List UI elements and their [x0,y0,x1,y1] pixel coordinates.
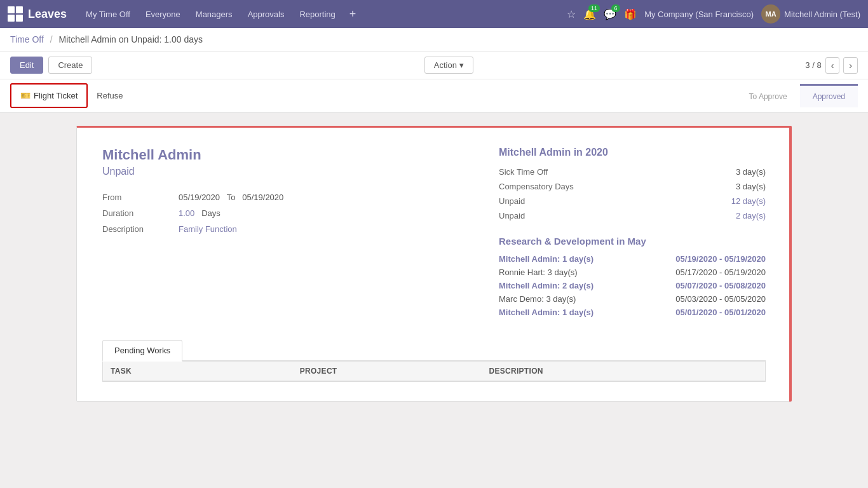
pending-works-table: Task Project Description [102,362,766,382]
field-description-label: Description [102,224,179,234]
notif-badge: 11 [588,4,600,12]
breadcrumb-sep: / [50,34,53,44]
field-duration-label: Duration [102,208,179,218]
record-card-wrapper: Mitchell Admin Unpaid From 05/19/2020 To… [76,126,792,402]
summary-value: 2 day(s) [736,211,766,220]
dept-row: Marc Demo: 3 day(s) 05/03/2020 - 05/05/2… [499,294,766,304]
field-duration: Duration 1.00 Days [102,208,473,218]
dept-title: Research & Development in May [499,236,766,247]
dept-section: Research & Development in May Mitchell A… [499,236,766,317]
dept-date: 05/17/2020 - 05/19/2020 [675,268,766,277]
action-dropdown[interactable]: Action ▾ [424,57,473,74]
record-employee-name: Mitchell Admin [102,147,473,163]
star-icon[interactable]: ☆ [567,8,576,20]
dept-label: Marc Demo: 3 day(s) [499,294,576,304]
record-leave-type: Unpaid [102,166,473,177]
main-menu: My Time Off Everyone Managers Approvals … [79,5,567,24]
record-left: Mitchell Admin Unpaid From 05/19/2020 To… [102,147,473,321]
page-content: Mitchell Admin Unpaid From 05/19/2020 To… [0,113,868,414]
brand[interactable]: Leaves [8,6,67,22]
field-duration-value: 1.00 Days [179,208,220,218]
topnav-right: ☆ 🔔 11 💬 6 🎁 My Company (San Francisco) … [567,4,860,24]
dept-date: 05/01/2020 - 05/01/2020 [675,308,766,317]
field-from-label: From [102,193,179,202]
status-bar: To Approve Approved [736,84,858,107]
bell-icon[interactable]: 🔔 11 [583,8,596,20]
dept-date: 05/19/2020 - 05/19/2020 [675,254,766,264]
edit-button[interactable]: Edit [10,57,43,74]
msg-badge: 6 [611,4,620,12]
pager-prev-button[interactable]: ‹ [825,57,840,74]
record-right: Mitchell Admin in 2020 Sick Time Off 3 d… [499,147,766,321]
ticket-icon: 🎫 [20,91,31,100]
nav-approvals[interactable]: Approvals [241,7,291,22]
record-fields: From 05/19/2020 To 05/19/2020 Duration 1… [102,193,473,234]
dept-row: Mitchell Admin: 2 day(s) 05/07/2020 - 05… [499,281,766,290]
dept-rows: Mitchell Admin: 1 day(s) 05/19/2020 - 05… [499,254,766,317]
dept-label: Mitchell Admin: 1 day(s) [499,254,593,264]
table-header: Task Project Description [103,362,765,381]
summary-title: Mitchell Admin in 2020 [499,147,766,158]
field-description-value: Family Function [179,224,237,234]
summary-value: 3 day(s) [736,182,766,191]
record-card: Mitchell Admin Unpaid From 05/19/2020 To… [76,126,792,402]
red-side-indicator [789,126,792,402]
user-menu[interactable]: MA Mitchell Admin (Test) [761,4,860,24]
summary-label: Unpaid [499,211,525,220]
status-to-approve[interactable]: To Approve [736,84,800,107]
refuse-button[interactable]: Refuse [88,85,132,107]
create-button[interactable]: Create [48,57,92,74]
summary-value: 3 day(s) [736,167,766,177]
nav-reporting[interactable]: Reporting [293,7,341,22]
status-approved[interactable]: Approved [800,84,858,107]
pager-count: 3 / 8 [805,60,821,70]
col-project: Project [292,362,482,381]
field-from: From 05/19/2020 To 05/19/2020 [102,193,473,202]
field-from-value: 05/19/2020 To 05/19/2020 [179,193,283,202]
toolbar: Edit Create Action ▾ 3 / 8 ‹ › [0,51,868,79]
summary-row: Unpaid 12 day(s) [499,196,766,206]
avatar: MA [761,4,780,24]
flight-ticket-button[interactable]: 🎫 Flight Ticket [10,83,88,108]
nav-my-time-off[interactable]: My Time Off [79,7,137,22]
app-title: Leaves [28,8,67,21]
chevron-down-icon: ▾ [459,60,464,70]
dept-label: Ronnie Hart: 3 day(s) [499,268,578,277]
summary-value: 12 day(s) [731,196,766,206]
tab-list: Pending Works [102,340,766,362]
summary-row: Unpaid 2 day(s) [499,211,766,220]
summary-label: Sick Time Off [499,167,548,177]
user-name: Mitchell Admin (Test) [784,10,860,19]
dept-date: 05/03/2020 - 05/05/2020 [675,294,766,304]
pager: 3 / 8 ‹ › [805,57,858,74]
chat-icon[interactable]: 💬 6 [604,8,616,20]
summary-label: Compensatory Days [499,182,574,191]
dept-row: Ronnie Hart: 3 day(s) 05/17/2020 - 05/19… [499,268,766,277]
tab-pending-works[interactable]: Pending Works [102,340,182,362]
company-selector[interactable]: My Company (San Francisco) [644,10,754,19]
tabs-section: Pending Works Task Project Description [102,340,766,382]
action-bar: 🎫 Flight Ticket Refuse To Approve Approv… [0,79,868,113]
dept-label: Mitchell Admin: 2 day(s) [499,281,593,290]
add-menu-button[interactable]: + [344,5,362,24]
record-body: Mitchell Admin Unpaid From 05/19/2020 To… [102,147,766,321]
field-description: Description Family Function [102,224,473,234]
dept-row: Mitchell Admin: 1 day(s) 05/01/2020 - 05… [499,308,766,317]
dept-row: Mitchell Admin: 1 day(s) 05/19/2020 - 05… [499,254,766,264]
topnav: Leaves My Time Off Everyone Managers App… [0,0,868,28]
gift-icon[interactable]: 🎁 [624,8,637,20]
pager-next-button[interactable]: › [843,57,858,74]
action-bar-left: 🎫 Flight Ticket Refuse [10,79,132,112]
col-description: Description [481,362,765,381]
dept-date: 05/07/2020 - 05/08/2020 [675,281,766,290]
nav-managers[interactable]: Managers [189,7,239,22]
summary-label: Unpaid [499,196,525,206]
summary-rows: Sick Time Off 3 day(s) Compensatory Days… [499,167,766,220]
dept-label: Mitchell Admin: 1 day(s) [499,308,593,317]
breadcrumb-current: Mitchell Admin on Unpaid: 1.00 days [59,34,203,44]
nav-everyone[interactable]: Everyone [139,7,187,22]
app-grid-icon [8,6,23,22]
col-task: Task [103,362,292,381]
breadcrumb-parent[interactable]: Time Off [10,34,44,44]
summary-row: Compensatory Days 3 day(s) [499,182,766,191]
